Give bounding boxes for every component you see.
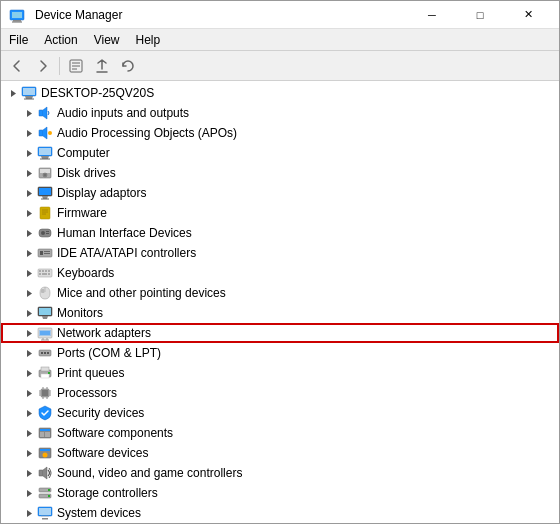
toolbar bbox=[1, 51, 559, 81]
svg-rect-28 bbox=[40, 207, 50, 219]
tree-item-18[interactable]: Sound, video and game controllers bbox=[1, 463, 559, 483]
expand-icon-13 bbox=[21, 365, 37, 381]
svg-rect-10 bbox=[23, 88, 35, 95]
tree-item-7[interactable]: IDE ATA/ATAPI controllers bbox=[1, 243, 559, 263]
software-icon bbox=[37, 425, 53, 441]
tree-item-label-7: IDE ATA/ATAPI controllers bbox=[57, 246, 196, 260]
svg-marker-52 bbox=[42, 316, 48, 319]
svg-rect-38 bbox=[44, 251, 50, 252]
print-icon bbox=[37, 365, 53, 381]
svg-rect-64 bbox=[41, 367, 49, 371]
title-bar: Device Manager ─ □ ✕ bbox=[1, 1, 559, 29]
svg-rect-80 bbox=[40, 429, 50, 431]
tree-container[interactable]: DESKTOP-25QV20S Audio inputs and outputs… bbox=[1, 81, 559, 523]
expand-icon-8 bbox=[21, 265, 37, 281]
tree-item-label-12: Ports (COM & LPT) bbox=[57, 346, 161, 360]
network-icon bbox=[37, 325, 53, 341]
tree-item-15[interactable]: Security devices bbox=[1, 403, 559, 423]
maximize-button[interactable]: □ bbox=[457, 1, 503, 29]
expand-icon-20 bbox=[21, 505, 37, 521]
hid-icon bbox=[37, 225, 53, 241]
tree-item-17[interactable]: Software devices bbox=[1, 443, 559, 463]
mouse-icon bbox=[37, 285, 53, 301]
svg-rect-34 bbox=[46, 231, 49, 232]
svg-rect-82 bbox=[45, 432, 50, 437]
svg-rect-94 bbox=[42, 518, 48, 520]
tree-item-11[interactable]: Network adapters bbox=[1, 323, 559, 343]
menu-action[interactable]: Action bbox=[36, 29, 85, 50]
tree-item-label-17: Software devices bbox=[57, 446, 148, 460]
svg-rect-62 bbox=[47, 352, 49, 354]
audio-icon bbox=[37, 105, 53, 121]
tree-item-label-10: Monitors bbox=[57, 306, 103, 320]
tree-item-8[interactable]: Keyboards bbox=[1, 263, 559, 283]
svg-rect-13 bbox=[39, 110, 43, 116]
security-icon bbox=[37, 405, 53, 421]
scan-button[interactable] bbox=[116, 54, 140, 78]
tree-item-19[interactable]: Storage controllers bbox=[1, 483, 559, 503]
tree-item-20[interactable]: System devices bbox=[1, 503, 559, 523]
keyboard-icon bbox=[37, 265, 53, 281]
tree-item-13[interactable]: Print queues bbox=[1, 363, 559, 383]
tree-item-label-16: Software components bbox=[57, 426, 173, 440]
svg-point-15 bbox=[48, 131, 52, 135]
expand-icon-12 bbox=[21, 345, 37, 361]
title-bar-controls: ─ □ ✕ bbox=[409, 1, 551, 29]
menu-help[interactable]: Help bbox=[128, 29, 169, 50]
svg-rect-14 bbox=[39, 130, 43, 136]
tree-item-label-13: Print queues bbox=[57, 366, 124, 380]
tree-item-6[interactable]: Human Interface Devices bbox=[1, 223, 559, 243]
tree-item-2[interactable]: Computer bbox=[1, 143, 559, 163]
expand-icon-18 bbox=[21, 465, 37, 481]
root-expand-icon bbox=[5, 85, 21, 101]
expand-icon-9 bbox=[21, 285, 37, 301]
back-button[interactable] bbox=[5, 54, 29, 78]
tree-item-label-8: Keyboards bbox=[57, 266, 114, 280]
expand-icon-7 bbox=[21, 245, 37, 261]
device-manager-window: Device Manager ─ □ ✕ File Action View He… bbox=[0, 0, 560, 524]
tree-item-label-6: Human Interface Devices bbox=[57, 226, 192, 240]
svg-rect-2 bbox=[13, 20, 21, 22]
properties-button[interactable] bbox=[64, 54, 88, 78]
expand-icon-16 bbox=[21, 425, 37, 441]
menu-view[interactable]: View bbox=[86, 29, 128, 50]
expand-icon-3 bbox=[21, 165, 37, 181]
expand-icon-17 bbox=[21, 445, 37, 461]
tree-item-10[interactable]: Monitors bbox=[1, 303, 559, 323]
tree-item-label-3: Disk drives bbox=[57, 166, 116, 180]
update-driver-button[interactable] bbox=[90, 54, 114, 78]
tree-item-1[interactable]: Audio Processing Objects (APOs) bbox=[1, 123, 559, 143]
minimize-button[interactable]: ─ bbox=[409, 1, 455, 29]
expand-icon-15 bbox=[21, 405, 37, 421]
firmware-icon bbox=[37, 205, 53, 221]
svg-rect-35 bbox=[46, 233, 49, 234]
tree-item-14[interactable]: Processors bbox=[1, 383, 559, 403]
svg-point-23 bbox=[44, 174, 46, 176]
svg-rect-51 bbox=[39, 308, 51, 315]
display-icon bbox=[37, 185, 53, 201]
storage-icon bbox=[37, 485, 53, 501]
expand-icon-5 bbox=[21, 205, 37, 221]
tree-item-12[interactable]: Ports (COM & LPT) bbox=[1, 343, 559, 363]
tree-item-0[interactable]: Audio inputs and outputs bbox=[1, 103, 559, 123]
tree-item-9[interactable]: Mice and other pointing devices bbox=[1, 283, 559, 303]
svg-rect-68 bbox=[42, 390, 48, 396]
tree-item-3[interactable]: Disk drives bbox=[1, 163, 559, 183]
tree-item-label-15: Security devices bbox=[57, 406, 144, 420]
tree-item-label-9: Mice and other pointing devices bbox=[57, 286, 226, 300]
svg-rect-86 bbox=[39, 470, 43, 476]
svg-rect-92 bbox=[39, 508, 51, 515]
monitor-icon bbox=[37, 305, 53, 321]
tree-root[interactable]: DESKTOP-25QV20S bbox=[1, 83, 559, 103]
forward-button[interactable] bbox=[31, 54, 55, 78]
tree-item-4[interactable]: Display adaptors bbox=[1, 183, 559, 203]
tree-item-5[interactable]: Firmware bbox=[1, 203, 559, 223]
close-button[interactable]: ✕ bbox=[505, 1, 551, 29]
svg-rect-46 bbox=[42, 273, 47, 275]
tree-item-16[interactable]: Software components bbox=[1, 423, 559, 443]
processor-icon bbox=[37, 385, 53, 401]
menu-file[interactable]: File bbox=[1, 29, 36, 50]
expand-icon-14 bbox=[21, 385, 37, 401]
title-bar-icon bbox=[9, 7, 25, 23]
expand-icon-10 bbox=[21, 305, 37, 321]
